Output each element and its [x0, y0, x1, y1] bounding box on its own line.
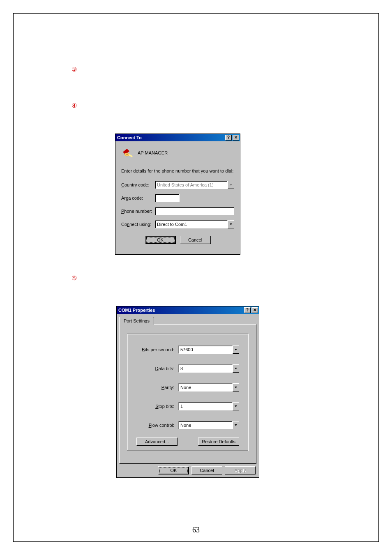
- chevron-down-icon: [235, 387, 237, 388]
- bits-per-second-value: 57600: [178, 345, 233, 354]
- data-bits-dropdown-button[interactable]: [233, 364, 239, 373]
- close-button[interactable]: ✕: [233, 135, 239, 140]
- connect-using-combo[interactable]: Direct to Com1: [155, 220, 234, 228]
- data-bits-label: Data bits:: [136, 366, 178, 371]
- parity-value: None: [178, 383, 233, 391]
- svg-point-1: [126, 154, 126, 154]
- connect-to-titlebar[interactable]: Connect To ? ✕: [115, 134, 240, 141]
- chevron-down-icon: [230, 223, 232, 225]
- help-button[interactable]: ?: [244, 307, 251, 313]
- tab-port-settings[interactable]: Port Settings: [119, 317, 154, 325]
- parity-label: Parity:: [136, 385, 178, 390]
- area-code-label: Area code:: [121, 196, 155, 200]
- country-code-dropdown-button: [228, 181, 234, 189]
- bits-per-second-dropdown-button[interactable]: [233, 345, 239, 354]
- connect-using-dropdown-button[interactable]: [228, 220, 234, 228]
- parity-dropdown-button[interactable]: [233, 383, 239, 391]
- connect-to-title: Connect To: [117, 135, 224, 140]
- step-3-marker: ③: [70, 66, 78, 74]
- phone-icon: [121, 146, 134, 159]
- stop-bits-combo[interactable]: 1: [178, 402, 239, 410]
- connect-using-label: Connect using:: [121, 222, 155, 227]
- settings-group: Bits per second: 57600 Data bits: 8 Pari…: [127, 334, 249, 451]
- country-code-combo: United States of America (1): [155, 181, 234, 189]
- chevron-down-icon: [235, 405, 237, 407]
- stop-bits-value: 1: [178, 402, 233, 410]
- step-5-marker: ⑤: [70, 274, 78, 283]
- chevron-down-icon: [230, 184, 232, 186]
- com1-titlebar[interactable]: COM1 Properties ? ✕: [117, 306, 259, 314]
- advanced-button[interactable]: Advanced...: [136, 438, 178, 446]
- flow-control-value: None: [178, 421, 233, 429]
- ok-button[interactable]: OK: [145, 236, 176, 244]
- ok-button[interactable]: OK: [158, 466, 189, 474]
- data-bits-value: 8: [178, 364, 233, 373]
- cancel-button[interactable]: Cancel: [191, 466, 222, 474]
- svg-point-3: [127, 154, 128, 154]
- data-bits-combo[interactable]: 8: [178, 364, 239, 373]
- svg-point-4: [126, 154, 126, 155]
- country-code-label: Country code:: [121, 182, 155, 187]
- com1-properties-dialog: COM1 Properties ? ✕ Port Settings Bits p…: [116, 306, 259, 478]
- close-button[interactable]: ✕: [251, 307, 258, 313]
- step-4-marker: ④: [70, 102, 78, 110]
- chevron-down-icon: [235, 368, 237, 369]
- tab-page: Bits per second: 57600 Data bits: 8 Pari…: [119, 324, 256, 464]
- area-code-input[interactable]: [155, 194, 180, 202]
- instruction-text: Enter details for the phone number that …: [121, 168, 234, 173]
- connect-to-dialog: Connect To ? ✕ AP MANAGER Enter details …: [115, 134, 240, 255]
- chevron-down-icon: [235, 349, 237, 350]
- flow-control-label: Flow control:: [136, 423, 178, 428]
- svg-point-2: [127, 154, 127, 154]
- stop-bits-label: Stop bits:: [136, 404, 178, 409]
- com1-title: COM1 Properties: [118, 308, 243, 313]
- apply-button: Apply: [225, 466, 256, 474]
- stop-bits-dropdown-button[interactable]: [233, 402, 239, 410]
- parity-combo[interactable]: None: [178, 383, 239, 391]
- restore-defaults-button[interactable]: Restore Defaults: [198, 438, 239, 446]
- page-number: 63: [0, 526, 392, 534]
- phone-number-input[interactable]: [155, 207, 234, 215]
- svg-point-6: [127, 154, 128, 155]
- help-button[interactable]: ?: [225, 135, 232, 140]
- svg-point-5: [127, 154, 127, 155]
- cancel-button[interactable]: Cancel: [180, 236, 211, 244]
- bits-per-second-combo[interactable]: 57600: [178, 345, 239, 354]
- bits-per-second-label: Bits per second:: [136, 347, 178, 352]
- connection-name-label: AP MANAGER: [138, 150, 168, 155]
- chevron-down-icon: [235, 424, 237, 426]
- phone-number-label: Phone number:: [121, 209, 155, 214]
- flow-control-dropdown-button[interactable]: [233, 421, 239, 429]
- connect-using-value: Direct to Com1: [155, 220, 228, 228]
- svg-point-0: [125, 153, 129, 156]
- country-code-value: United States of America (1): [155, 181, 228, 189]
- flow-control-combo[interactable]: None: [178, 421, 239, 429]
